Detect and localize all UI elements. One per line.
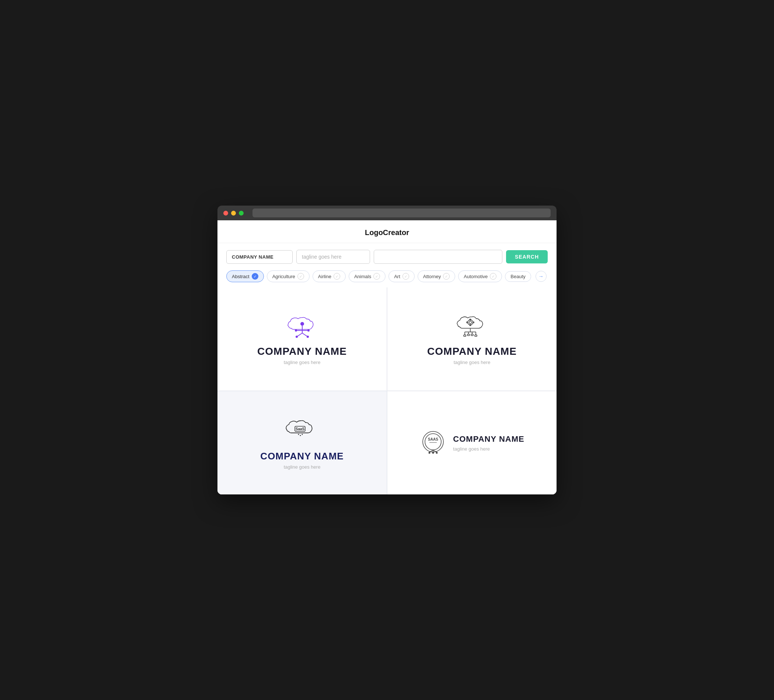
category-label-attorney: Attorney: [423, 274, 441, 279]
svg-text:SaaS: SaaS: [295, 427, 304, 431]
svg-point-28: [298, 434, 299, 435]
check-icon-art: ✓: [402, 273, 409, 280]
domain-input[interactable]: [374, 250, 502, 264]
svg-rect-24: [471, 334, 473, 336]
app-header: LogoCreator: [217, 220, 557, 243]
browser-titlebar: [217, 206, 557, 220]
svg-point-39: [432, 452, 434, 454]
logo-card-4[interactable]: SAAS: [387, 391, 557, 494]
svg-point-32: [425, 434, 441, 450]
category-label-agriculture: Agriculture: [272, 274, 295, 279]
category-label-airline: Airline: [318, 274, 331, 279]
svg-point-38: [428, 452, 430, 454]
check-icon-automotive: ✓: [490, 273, 496, 280]
category-label-art: Art: [394, 274, 400, 279]
close-button[interactable]: [223, 211, 228, 216]
category-chip-agriculture[interactable]: Agriculture ✓: [267, 271, 309, 282]
logo-4-inner: SAAS: [419, 429, 524, 457]
svg-point-30: [301, 434, 303, 435]
logo-1-tagline: tagline goes here: [284, 360, 321, 365]
category-filters: Abstract ✓ Agriculture ✓ Airline ✓ Anima…: [217, 271, 557, 287]
minimize-button[interactable]: [231, 211, 236, 216]
svg-point-10: [468, 320, 473, 325]
category-chip-art[interactable]: Art ✓: [389, 271, 415, 282]
svg-point-9: [308, 329, 309, 332]
tagline-input[interactable]: [296, 250, 370, 264]
category-chip-abstract[interactable]: Abstract ✓: [226, 271, 264, 282]
svg-rect-22: [464, 335, 466, 336]
logo-icon-2: [456, 313, 489, 340]
svg-point-0: [300, 322, 304, 326]
svg-point-8: [295, 329, 297, 332]
logo-1-company-name: COMPANY NAME: [257, 345, 347, 357]
category-label-beauty: Beauty: [511, 274, 525, 279]
company-name-input[interactable]: [226, 250, 293, 264]
url-bar[interactable]: [253, 208, 551, 217]
category-chip-beauty[interactable]: Beauty: [505, 271, 531, 282]
browser-window: LogoCreator SEARCH Abstract ✓ Agricultur…: [217, 206, 557, 494]
check-icon-airline: ✓: [334, 273, 340, 280]
category-label-automotive: Automotive: [464, 274, 488, 279]
app-content: LogoCreator SEARCH Abstract ✓ Agricultur…: [217, 220, 557, 494]
category-chip-attorney[interactable]: Attorney ✓: [418, 271, 455, 282]
logo-4-company-name: COMPANY NAME: [453, 434, 524, 444]
logo-4-text: COMPANY NAME tagline goes here: [453, 434, 524, 452]
svg-text:SAAS: SAAS: [428, 438, 438, 441]
logo-icon-3: SaaS: [284, 416, 321, 446]
logo-3-company-name: COMPANY NAME: [260, 451, 344, 462]
logo-card-3[interactable]: SaaS COMPANY NAME tagline goes here: [217, 391, 387, 494]
svg-point-11: [469, 321, 471, 324]
category-label-abstract: Abstract: [232, 274, 250, 279]
svg-point-7: [307, 336, 309, 338]
logo-card-1[interactable]: COMPANY NAME tagline goes here: [217, 287, 387, 391]
svg-point-29: [299, 435, 301, 436]
logo-2-tagline: tagline goes here: [454, 360, 491, 365]
svg-point-31: [423, 431, 443, 452]
maximize-button[interactable]: [239, 211, 244, 216]
logo-4-tagline: tagline goes here: [453, 446, 524, 452]
search-button[interactable]: SEARCH: [506, 250, 548, 263]
check-icon-attorney: ✓: [443, 273, 450, 280]
svg-rect-14: [466, 322, 468, 323]
app-title: LogoCreator: [365, 228, 409, 236]
category-chip-animals[interactable]: Animals ✓: [349, 271, 385, 282]
logo-card-2[interactable]: COMPANY NAME tagline goes here: [387, 287, 557, 391]
logo-grid: COMPANY NAME tagline goes here: [217, 287, 557, 494]
next-categories-button[interactable]: →: [536, 271, 547, 282]
check-icon-animals: ✓: [373, 273, 380, 280]
search-bar: SEARCH: [217, 243, 557, 271]
check-icon-agriculture: ✓: [298, 273, 304, 280]
svg-point-40: [436, 452, 438, 454]
logo-icon-1: [286, 313, 319, 340]
svg-rect-25: [475, 335, 477, 336]
logo-2-company-name: COMPANY NAME: [427, 345, 517, 357]
category-label-animals: Animals: [354, 274, 371, 279]
check-icon-abstract: ✓: [252, 273, 258, 280]
svg-rect-23: [467, 334, 470, 336]
logo-icon-4: SAAS: [419, 429, 447, 457]
category-chip-airline[interactable]: Airline ✓: [313, 271, 346, 282]
svg-point-6: [296, 336, 298, 338]
svg-rect-15: [473, 322, 474, 323]
logo-3-tagline: tagline goes here: [284, 464, 321, 470]
category-chip-automotive[interactable]: Automotive ✓: [458, 271, 502, 282]
